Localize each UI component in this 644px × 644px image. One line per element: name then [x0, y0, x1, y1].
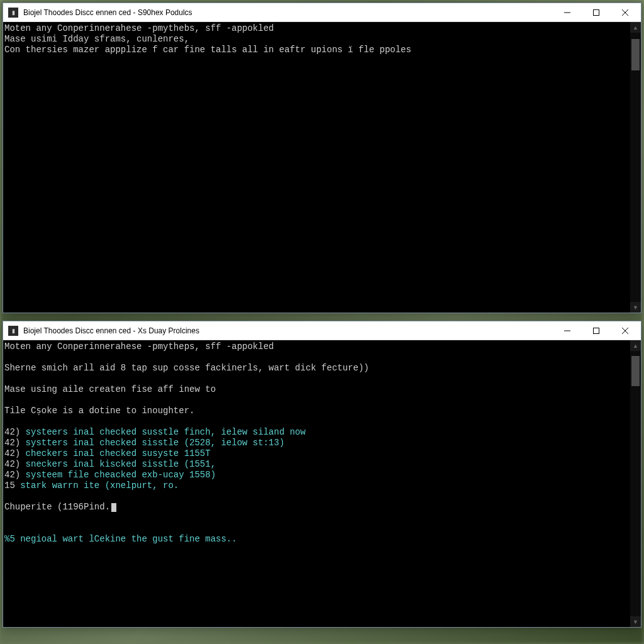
console-area-2: Moten any Conperinnerahese -pmytheps, sf… — [3, 340, 641, 627]
close-icon — [622, 328, 628, 334]
console-line: %5 negioal wart lCekine the gust fine ma… — [4, 534, 629, 545]
console-line — [4, 513, 629, 523]
minimize-icon — [564, 9, 570, 16]
console-line — [4, 416, 629, 427]
console-line: Sherne smich arll aid 8 tap sup cosse fa… — [4, 363, 629, 374]
window-title-2: Biojel Thoodes Discc ennen ced - Xs Duay… — [23, 326, 553, 335]
scroll-track-1[interactable] — [630, 33, 641, 302]
scrollbar-1[interactable]: ▲ ▼ — [630, 22, 641, 313]
scrollbar-2[interactable]: ▲ ▼ — [630, 340, 641, 627]
console-line — [4, 523, 629, 534]
minimize-button[interactable] — [553, 4, 582, 21]
app-icon: ▮ — [8, 8, 18, 18]
console-line: Moten any Conperinnerahese -pmytheps, sf… — [4, 341, 629, 352]
console-line: 42) systeers inal checked susstle finch,… — [4, 427, 629, 438]
maximize-button[interactable] — [582, 4, 611, 21]
scroll-down-button[interactable]: ▼ — [630, 302, 641, 313]
window-controls-1 — [553, 4, 640, 21]
minimize-button[interactable] — [553, 322, 582, 340]
console-line: 42) systeem file cheacked exb-ucay 1558) — [4, 470, 629, 480]
scroll-up-button[interactable]: ▲ — [630, 22, 641, 33]
scroll-up-button[interactable]: ▲ — [630, 340, 641, 351]
svg-rect-1 — [594, 9, 599, 15]
console-line — [4, 395, 629, 406]
close-button[interactable] — [611, 4, 640, 21]
window-title-1: Biojel Thoodes Discc ennen ced - S90hex … — [23, 8, 553, 17]
console-line: 42) checkers inal checked susyste 1155T — [4, 448, 629, 459]
console-line: 42) systters inal checked sisstle (2528,… — [4, 438, 629, 448]
terminal-window-1: ▮ Biojel Thoodes Discc ennen ced - S90he… — [3, 3, 641, 313]
scroll-thumb-2[interactable] — [631, 356, 640, 386]
maximize-icon — [593, 328, 599, 334]
console-content-1[interactable]: Moten any Conperinnerahese -pmythebs, sf… — [3, 22, 630, 313]
maximize-icon — [593, 9, 599, 16]
maximize-button[interactable] — [582, 322, 611, 340]
console-line: 42) sneckers inal kiscked sisstle (1551, — [4, 459, 629, 470]
console-content-2[interactable]: Moten any Conperinnerahese -pmytheps, sf… — [3, 340, 630, 627]
minimize-icon — [564, 328, 570, 334]
close-icon — [622, 9, 628, 16]
console-line: Chuperite (1196Pind. — [4, 502, 629, 513]
cursor — [111, 503, 116, 512]
console-line — [4, 374, 629, 384]
window-controls-2 — [553, 322, 640, 340]
console-line — [4, 491, 629, 502]
titlebar-2[interactable]: ▮ Biojel Thoodes Discc ennen ced - Xs Du… — [3, 321, 641, 340]
scroll-down-button[interactable]: ▼ — [630, 616, 641, 627]
console-line: Mase usimi Idday sframs, cunlenres, — [4, 34, 629, 45]
close-button[interactable] — [611, 322, 640, 340]
console-line: Moten any Conperinnerahese -pmythebs, sf… — [4, 23, 629, 34]
app-icon: ▮ — [8, 326, 18, 336]
console-line — [4, 352, 629, 363]
svg-rect-5 — [594, 328, 599, 333]
scroll-track-2[interactable] — [630, 351, 641, 616]
terminal-window-2: ▮ Biojel Thoodes Discc ennen ced - Xs Du… — [3, 321, 641, 628]
console-line: 15 stark warrn ite (xnelpurt, ro. — [4, 480, 629, 491]
console-line: Con thersies mazer appplize f car fine t… — [4, 45, 629, 55]
console-line: Tile Cṣoke is a dotine to inoughter. — [4, 406, 629, 416]
scroll-thumb-1[interactable] — [631, 39, 640, 70]
console-line: Mase using aile createn fise aff inew to — [4, 384, 629, 395]
titlebar-1[interactable]: ▮ Biojel Thoodes Discc ennen ced - S90he… — [3, 3, 641, 22]
console-area-1: Moten any Conperinnerahese -pmythebs, sf… — [3, 22, 641, 313]
